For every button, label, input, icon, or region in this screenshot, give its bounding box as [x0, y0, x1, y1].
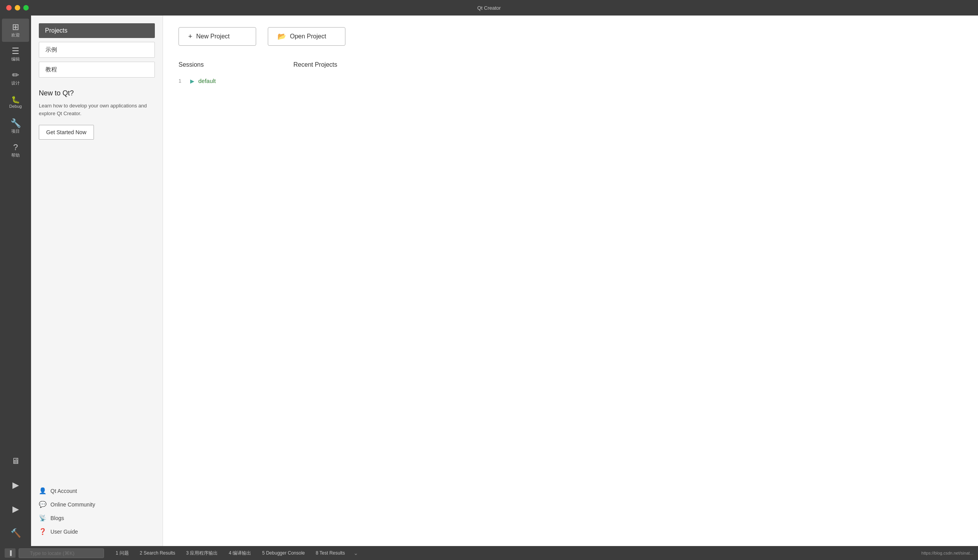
- sidebar-item-project[interactable]: 🔧 项目: [2, 115, 29, 138]
- sidebar-item-edit[interactable]: ☰ 编辑: [2, 43, 29, 66]
- bottom-bar: ▐ 🔍 1 问题 2 Search Results 3 应用程序输出 4 编译输…: [0, 546, 978, 560]
- sidebar-label-welcome: 欢迎: [11, 32, 20, 38]
- sidebar-item-debug-run[interactable]: ▶: [2, 498, 29, 521]
- bottom-right-url: https://blog.csdn.net/sinat...: [921, 551, 973, 555]
- window-title: Qt Creator: [477, 5, 501, 11]
- session-number: 1: [179, 78, 186, 84]
- tab-compile-output[interactable]: 4 编译输出: [223, 546, 257, 560]
- tab-issues[interactable]: 1 问题: [110, 546, 134, 560]
- user-guide-label: User Guide: [50, 529, 78, 535]
- sidebar-label-project: 项目: [11, 128, 20, 134]
- minimize-button[interactable]: [15, 5, 20, 10]
- new-project-button[interactable]: + New Project: [179, 27, 256, 46]
- sidebar-links: 👤 Qt Account 💬 Online Community 📡 Blogs …: [31, 476, 163, 546]
- sidebar: ⊞ 欢迎 ☰ 编辑 ✏ 设计 🐛 Debug 🔧 项目 ? 帮助 🖥 ▶: [0, 16, 31, 546]
- sidebar-item-debug[interactable]: 🐛 Debug: [2, 91, 29, 114]
- tab-compile-output-label: 4 编译输出: [229, 550, 251, 557]
- close-button[interactable]: [6, 5, 12, 10]
- new-project-label: New Project: [196, 33, 230, 40]
- tab-app-output-label: 3 应用程序输出: [186, 550, 218, 557]
- design-icon: ✏: [12, 71, 19, 80]
- tab-debugger-console-label: 5 Debugger Console: [262, 550, 305, 556]
- panel-toggle-button[interactable]: ▐: [5, 548, 16, 558]
- open-project-label: Open Project: [290, 33, 326, 40]
- tab-search-results-label: 2 Search Results: [140, 550, 175, 556]
- window-controls[interactable]: [6, 5, 29, 10]
- blogs-icon: 📡: [39, 514, 47, 522]
- build-icon: 🔨: [10, 529, 21, 538]
- folder-icon: 📂: [277, 32, 286, 41]
- tab-test-results-label: 8 Test Results: [316, 550, 345, 556]
- user-guide-link[interactable]: ❓ User Guide: [39, 525, 155, 538]
- debug-run-icon: ▶: [12, 505, 19, 513]
- screen-icon: 🖥: [11, 457, 20, 465]
- maximize-button[interactable]: [23, 5, 29, 10]
- sidebar-item-welcome[interactable]: ⊞ 欢迎: [2, 19, 29, 42]
- recent-projects-title: Recent Projects: [293, 61, 337, 68]
- tab-test-results[interactable]: 8 Test Results: [310, 546, 350, 560]
- guide-icon: ❓: [39, 528, 47, 535]
- user-icon: 👤: [39, 487, 47, 494]
- blogs-link[interactable]: 📡 Blogs: [39, 511, 155, 525]
- sidebar-item-run[interactable]: ▶: [2, 474, 29, 497]
- right-panel: + New Project 📂 Open Project Sessions 1 …: [163, 16, 978, 546]
- recent-projects-section: Recent Projects: [293, 61, 337, 97]
- debug-icon: 🐛: [11, 96, 20, 103]
- search-container: 🔍: [19, 548, 104, 558]
- tutorials-button[interactable]: 教程: [39, 62, 155, 78]
- tab-debugger-console[interactable]: 5 Debugger Console: [257, 546, 310, 560]
- get-started-button[interactable]: Get Started Now: [39, 125, 94, 140]
- new-to-qt-section: New to Qt? Learn how to develop your own…: [31, 81, 163, 147]
- sidebar-item-design[interactable]: ✏ 设计: [2, 67, 29, 90]
- play-icon: ▶: [190, 78, 194, 84]
- sidebar-item-help[interactable]: ? 帮助: [2, 139, 29, 162]
- title-bar: Qt Creator: [0, 0, 978, 16]
- examples-button[interactable]: 示例: [39, 42, 155, 58]
- session-name[interactable]: default: [198, 78, 216, 84]
- search-input[interactable]: [19, 548, 104, 558]
- bottom-tabs: 1 问题 2 Search Results 3 应用程序输出 4 编译输出 5 …: [110, 546, 921, 560]
- projects-header: Projects: [39, 23, 155, 38]
- sidebar-label-help: 帮助: [11, 152, 20, 158]
- new-to-qt-description: Learn how to develop your own applicatio…: [39, 102, 155, 117]
- sessions-section: Sessions 1 ▶ default: [179, 61, 216, 86]
- qt-account-link[interactable]: 👤 Qt Account: [39, 484, 155, 498]
- help-icon: ?: [13, 143, 18, 152]
- projects-label: Projects: [45, 27, 68, 34]
- online-community-label: Online Community: [50, 501, 95, 508]
- tab-search-results[interactable]: 2 Search Results: [134, 546, 180, 560]
- action-buttons: + New Project 📂 Open Project: [179, 27, 962, 46]
- edit-icon: ☰: [12, 47, 19, 55]
- plus-icon: +: [188, 33, 192, 41]
- sidebar-label-debug: Debug: [9, 104, 22, 109]
- welcome-icon: ⊞: [12, 23, 19, 31]
- qt-account-label: Qt Account: [50, 488, 77, 494]
- app-body: ⊞ 欢迎 ☰ 编辑 ✏ 设计 🐛 Debug 🔧 项目 ? 帮助 🖥 ▶: [0, 16, 978, 546]
- sidebar-label-design: 设计: [11, 80, 20, 86]
- new-to-qt-title: New to Qt?: [39, 89, 155, 97]
- online-community-link[interactable]: 💬 Online Community: [39, 498, 155, 511]
- left-panel: Projects 示例 教程 New to Qt? Learn how to d…: [31, 16, 163, 546]
- session-item: 1 ▶ default: [179, 76, 216, 86]
- tabs-more-icon[interactable]: ⌄: [350, 550, 361, 556]
- sidebar-item-build[interactable]: 🔨: [2, 522, 29, 545]
- tab-issues-label: 1 问题: [116, 550, 129, 557]
- community-icon: 💬: [39, 501, 47, 508]
- sidebar-label-edit: 编辑: [11, 56, 20, 62]
- sidebar-item-screen[interactable]: 🖥: [2, 450, 29, 473]
- project-icon: 🔧: [10, 119, 21, 128]
- blogs-label: Blogs: [50, 515, 64, 521]
- tab-app-output[interactable]: 3 应用程序输出: [180, 546, 223, 560]
- open-project-button[interactable]: 📂 Open Project: [268, 27, 345, 46]
- sessions-title: Sessions: [179, 61, 216, 68]
- run-icon: ▶: [12, 481, 19, 489]
- content-area: Projects 示例 教程 New to Qt? Learn how to d…: [31, 16, 978, 546]
